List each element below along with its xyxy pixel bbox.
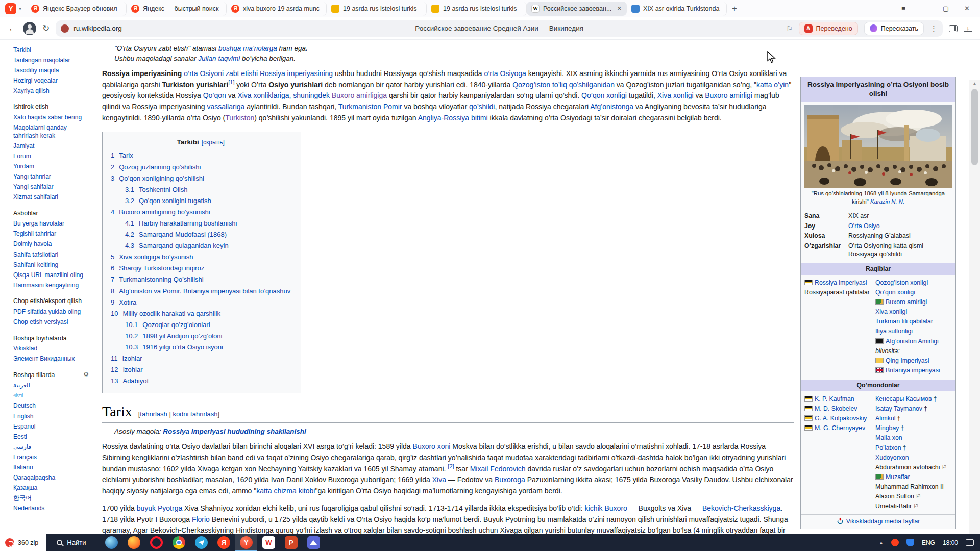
toc-item[interactable]: 11Izohlar <box>111 353 290 364</box>
sidebar-item[interactable]: Sahifani keltiring ⚙ <box>13 261 92 269</box>
wps-writer-app-icon[interactable] <box>257 534 280 551</box>
browser-tab[interactable]: Яндекс — быстрый поиск ✕ <box>127 2 227 16</box>
sidebar-item[interactable]: Tasodifiy maqola ⚙ <box>13 67 92 75</box>
toc-link[interactable]: Samarqand qulaganidan keyin <box>139 242 229 249</box>
inline-link[interactable]: Afg’onistonga <box>590 103 633 111</box>
sidebar-item[interactable]: Элемент Викиданных ⚙ <box>13 355 92 363</box>
inline-link[interactable]: [1] <box>228 79 234 85</box>
translated-button[interactable]: Переведено <box>799 22 858 35</box>
edit-link[interactable]: tahrirlash <box>140 410 167 418</box>
edge-app-icon[interactable] <box>100 534 122 551</box>
yandex-tray-icon[interactable] <box>891 539 899 546</box>
commons-media-link[interactable]: Vikiskladdagi media fayllar <box>801 514 955 529</box>
belligerent-link[interactable]: Qing Imperiyasi <box>886 357 929 364</box>
toc-link[interactable]: Buxoro amirligining bo’ysunishi <box>119 208 210 216</box>
sidebar-item[interactable]: Қазақша ⚙ <box>13 484 92 492</box>
sidebar-item[interactable]: العربية ⚙ <box>13 382 92 390</box>
sidebar-item[interactable]: Yordam ⚙ <box>13 163 92 171</box>
window-close-button[interactable]: ✕ <box>964 5 970 12</box>
caption-author-link[interactable]: Karazin N. N. <box>870 198 904 205</box>
sidebar-item[interactable]: Tarkibi ⚙ <box>13 46 92 55</box>
inline-link[interactable]: Florio <box>192 515 210 523</box>
notification-center-icon[interactable] <box>966 539 974 546</box>
inline-link[interactable]: Bekovich-Cherkasskiyga <box>702 504 780 512</box>
commander-link[interactable]: Malla xon <box>875 434 902 441</box>
toc-link[interactable]: Qo’qon xonligini tugatish <box>139 197 211 205</box>
commander-link[interactable]: Muhammad Rahimxon II <box>875 483 944 490</box>
chevron-down-icon[interactable]: ▾ <box>19 6 21 11</box>
toc-link[interactable]: Afg’oniston va Pomir. Britaniya imperiya… <box>119 287 290 295</box>
toc-link[interactable]: Milliy ozodlik harakati va qarshilik <box>122 310 220 317</box>
inline-link[interactable]: Rossiya imperiyasining <box>260 69 333 78</box>
sidebar-item[interactable]: Xizmat sahifalari ⚙ <box>13 193 92 202</box>
sidebar-item[interactable]: فارسی ⚙ <box>13 443 92 452</box>
commander-link[interactable]: M. G. Chernyayev <box>815 424 865 432</box>
toc-item[interactable]: 4.3Samarqand qulaganidan keyin <box>125 240 290 252</box>
sidebar-item[interactable]: বাংলা ⚙ <box>13 392 92 400</box>
inline-link[interactable]: Xiva <box>432 475 446 484</box>
toc-item[interactable]: 4.2Samarqand Mudofaasi (1868) <box>125 229 290 240</box>
sidebar-item[interactable]: Eesti ⚙ <box>13 433 92 441</box>
sidebar-item[interactable]: Nederlands ⚙ <box>13 505 92 513</box>
inline-link[interactable]: qo’shildi <box>469 103 495 111</box>
commander-link[interactable]: Muzaffar <box>886 473 910 481</box>
commander-link[interactable]: M. D. Skobelev <box>815 405 857 412</box>
sidebar-item[interactable]: Français ⚙ <box>13 454 92 462</box>
sidebar-item[interactable]: Qaraqalpaqsha ⚙ <box>13 474 92 482</box>
sidebar-item[interactable]: Español ⚙ <box>13 423 92 431</box>
toc-item[interactable]: 2Qozoq juzlarining qo’shilishi <box>111 162 290 173</box>
sidebar-item[interactable]: Forum ⚙ <box>13 153 92 161</box>
inline-link[interactable]: Qozog’iston to’liq qo’shilganidan <box>512 81 615 89</box>
toc-link[interactable]: Qozoqlar qo’zg’olonlari <box>142 321 210 329</box>
browser-menu-icon[interactable]: ≡ <box>901 5 905 12</box>
inline-link[interactable]: [2] <box>448 463 454 469</box>
browser-tab[interactable]: xiva buxoro 19 asrda munc ✕ <box>227 2 327 16</box>
belligerent-link[interactable]: Buxoro amirligi <box>886 298 927 306</box>
toc-item[interactable]: 10.1Qozoqlar qo’zg’olonlari <box>125 319 290 331</box>
inline-link[interactable]: o’rta Osiyoga <box>484 69 526 78</box>
browser-tab[interactable]: XIX asr oxirida Turkistonda ✕ <box>627 2 727 16</box>
window-minimize-button[interactable]: — <box>921 5 927 12</box>
gear-icon[interactable]: ⚙ <box>83 371 89 379</box>
toc-item[interactable]: 4.1Harbiy harakatlarning boshlanishi <box>125 218 290 229</box>
inline-link[interactable]: Xiva xonliklariga, shuningdek <box>237 91 330 99</box>
inline-link[interactable]: Buxoro amirligi <box>705 91 752 99</box>
inline-link[interactable]: kichik Buxoro <box>585 504 627 512</box>
main-article-link[interactable]: Rossiya imperiyasi hududining shakllanis… <box>163 428 306 435</box>
belligerent-link[interactable]: Qozog’iston xonligi <box>875 279 928 286</box>
reload-button[interactable]: ↻ <box>42 23 50 34</box>
window-maximize-button[interactable]: ▢ <box>943 5 949 12</box>
toc-link[interactable]: Izohlar <box>122 366 142 373</box>
sidebar-item[interactable]: Sahifa tafsilotlari ⚙ <box>13 251 92 259</box>
sidebar-item[interactable]: PDF sifatida yuklab oling ⚙ <box>13 308 92 316</box>
sidebar-item[interactable]: Tegishli tahrirlar ⚙ <box>13 230 92 238</box>
zip-widget[interactable]: 360 zip <box>0 534 46 551</box>
belligerent-link[interactable]: Rossiya imperiyasi <box>815 279 867 286</box>
toc-link[interactable]: Harbiy harakatlarning boshlanishi <box>139 219 237 227</box>
scrollbar-thumb[interactable] <box>971 89 978 165</box>
sidebar-item[interactable]: Yangi tahrirlar ⚙ <box>13 173 92 181</box>
toc-item[interactable]: 6Sharqiy Turkistondagi inqiroz <box>111 263 290 274</box>
commander-link[interactable]: Umetali-Batir <box>875 503 912 510</box>
downloads-icon[interactable]: ↓ <box>964 25 972 32</box>
retell-button[interactable]: Пересказать <box>864 22 924 35</box>
inline-link[interactable]: Qo’qon <box>203 91 226 99</box>
toc-link[interactable]: Qozoq juzlarining qo’shilishi <box>119 163 201 171</box>
toc-item[interactable]: 3.1Toshkentni Olish <box>125 184 290 195</box>
inline-link[interactable]: Buxoro amirligiga <box>332 91 387 99</box>
belligerent-link[interactable]: Britaniya imperiyasi <box>886 367 940 374</box>
chrome-app-icon[interactable] <box>167 534 190 551</box>
opera-app-icon[interactable] <box>145 534 167 551</box>
toc-link[interactable]: Sharqiy Turkistondagi inqiroz <box>119 264 204 272</box>
commander-link[interactable]: Po’latxon <box>875 444 901 452</box>
toc-link[interactable]: Izohlar <box>122 355 142 362</box>
toc-link[interactable]: Adabiyot <box>122 377 149 385</box>
sidebar-item[interactable]: Jamiyat ⚙ <box>13 142 92 151</box>
inline-link[interactable]: Angliya-Rossiya bitimi <box>418 114 488 122</box>
tray-chevron-icon[interactable]: ▲ <box>879 540 884 545</box>
clock[interactable]: 18:00 <box>943 539 958 546</box>
toc-link[interactable]: Turkmanistonning Qo’shilishi <box>119 276 203 283</box>
inline-link[interactable]: o’rta Osiyoni zabt etishi <box>184 69 258 78</box>
inline-link[interactable]: Buxoro xoni <box>413 442 451 450</box>
toc-item[interactable]: 10Milliy ozodlik harakati va qarshilik <box>111 308 290 319</box>
